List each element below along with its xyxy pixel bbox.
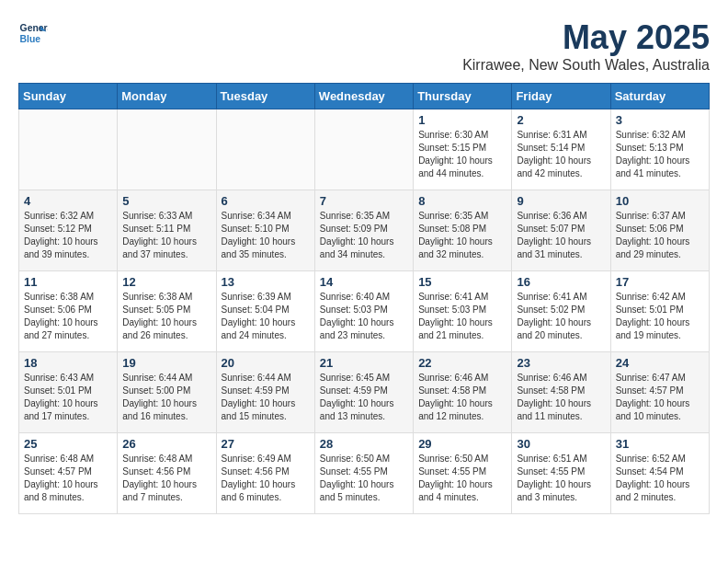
day-number: 22 — [418, 356, 506, 370]
calendar-cell: 30Sunrise: 6:51 AMSunset: 4:55 PMDayligh… — [512, 433, 610, 514]
day-number: 8 — [418, 194, 506, 208]
day-info: Sunrise: 6:41 AMSunset: 5:02 PMDaylight:… — [517, 291, 605, 342]
calendar-cell: 17Sunrise: 6:42 AMSunset: 5:01 PMDayligh… — [610, 271, 709, 352]
day-info: Sunrise: 6:47 AMSunset: 4:57 PMDaylight:… — [616, 372, 704, 423]
calendar-cell: 4Sunrise: 6:32 AMSunset: 5:12 PMDaylight… — [19, 190, 118, 271]
day-number: 7 — [320, 194, 408, 208]
calendar-cell: 10Sunrise: 6:37 AMSunset: 5:06 PMDayligh… — [610, 190, 709, 271]
svg-text:Blue: Blue — [20, 34, 41, 44]
day-info: Sunrise: 6:31 AMSunset: 5:14 PMDaylight:… — [517, 129, 605, 180]
calendar-cell: 15Sunrise: 6:41 AMSunset: 5:03 PMDayligh… — [414, 271, 512, 352]
day-info: Sunrise: 6:45 AMSunset: 4:59 PMDaylight:… — [320, 372, 408, 423]
calendar-cell: 9Sunrise: 6:36 AMSunset: 5:07 PMDaylight… — [512, 190, 610, 271]
calendar-cell: 8Sunrise: 6:35 AMSunset: 5:08 PMDaylight… — [414, 190, 512, 271]
day-number: 28 — [320, 437, 408, 451]
calendar-cell: 13Sunrise: 6:39 AMSunset: 5:04 PMDayligh… — [216, 271, 314, 352]
day-number: 20 — [222, 356, 310, 370]
day-info: Sunrise: 6:48 AMSunset: 4:56 PMDaylight:… — [122, 453, 210, 504]
day-info: Sunrise: 6:43 AMSunset: 5:01 PMDaylight:… — [24, 372, 112, 423]
day-info: Sunrise: 6:44 AMSunset: 5:00 PMDaylight:… — [122, 372, 210, 423]
day-info: Sunrise: 6:46 AMSunset: 4:58 PMDaylight:… — [418, 372, 506, 423]
svg-text:General: General — [20, 23, 48, 33]
calendar-header-row: SundayMondayTuesdayWednesdayThursdayFrid… — [19, 84, 710, 109]
day-info: Sunrise: 6:32 AMSunset: 5:12 PMDaylight:… — [24, 210, 112, 261]
calendar-cell: 22Sunrise: 6:46 AMSunset: 4:58 PMDayligh… — [414, 352, 512, 433]
day-number: 30 — [517, 437, 605, 451]
day-number: 4 — [24, 194, 112, 208]
calendar-cell — [314, 109, 413, 190]
calendar-week-row: 25Sunrise: 6:48 AMSunset: 4:57 PMDayligh… — [19, 433, 710, 514]
day-number: 29 — [418, 437, 506, 451]
calendar-week-row: 18Sunrise: 6:43 AMSunset: 5:01 PMDayligh… — [19, 352, 710, 433]
day-number: 24 — [616, 356, 704, 370]
day-number: 16 — [517, 275, 605, 289]
day-info: Sunrise: 6:42 AMSunset: 5:01 PMDaylight:… — [616, 291, 704, 342]
title-area: May 2025 Kirrawee, New South Wales, Aust… — [462, 18, 710, 74]
day-info: Sunrise: 6:38 AMSunset: 5:05 PMDaylight:… — [122, 291, 210, 342]
day-info: Sunrise: 6:30 AMSunset: 5:15 PMDaylight:… — [418, 129, 506, 180]
day-info: Sunrise: 6:33 AMSunset: 5:11 PMDaylight:… — [122, 210, 210, 261]
day-number: 11 — [24, 275, 112, 289]
day-info: Sunrise: 6:36 AMSunset: 5:07 PMDaylight:… — [517, 210, 605, 261]
day-number: 27 — [222, 437, 310, 451]
day-header-wednesday: Wednesday — [314, 84, 413, 109]
day-header-monday: Monday — [118, 84, 216, 109]
calendar-week-row: 1Sunrise: 6:30 AMSunset: 5:15 PMDaylight… — [19, 109, 710, 190]
day-header-saturday: Saturday — [610, 84, 709, 109]
calendar-cell: 14Sunrise: 6:40 AMSunset: 5:03 PMDayligh… — [314, 271, 413, 352]
day-info: Sunrise: 6:35 AMSunset: 5:08 PMDaylight:… — [418, 210, 506, 261]
location-title: Kirrawee, New South Wales, Australia — [462, 57, 710, 74]
calendar-cell: 2Sunrise: 6:31 AMSunset: 5:14 PMDaylight… — [512, 109, 610, 190]
day-number: 13 — [222, 275, 310, 289]
month-title: May 2025 — [462, 18, 710, 57]
calendar-cell: 12Sunrise: 6:38 AMSunset: 5:05 PMDayligh… — [118, 271, 216, 352]
day-header-sunday: Sunday — [19, 84, 118, 109]
calendar-cell — [118, 109, 216, 190]
day-number: 19 — [122, 356, 210, 370]
day-number: 12 — [122, 275, 210, 289]
day-info: Sunrise: 6:32 AMSunset: 5:13 PMDaylight:… — [616, 129, 704, 180]
day-info: Sunrise: 6:35 AMSunset: 5:09 PMDaylight:… — [320, 210, 408, 261]
day-info: Sunrise: 6:46 AMSunset: 4:58 PMDaylight:… — [517, 372, 605, 423]
calendar-cell: 11Sunrise: 6:38 AMSunset: 5:06 PMDayligh… — [19, 271, 118, 352]
day-number: 1 — [418, 113, 506, 127]
day-header-friday: Friday — [512, 84, 610, 109]
calendar-cell: 28Sunrise: 6:50 AMSunset: 4:55 PMDayligh… — [314, 433, 413, 514]
day-number: 3 — [616, 113, 704, 127]
calendar-cell: 7Sunrise: 6:35 AMSunset: 5:09 PMDaylight… — [314, 190, 413, 271]
logo-icon: General Blue — [18, 18, 48, 48]
calendar: SundayMondayTuesdayWednesdayThursdayFrid… — [18, 83, 710, 514]
calendar-cell: 23Sunrise: 6:46 AMSunset: 4:58 PMDayligh… — [512, 352, 610, 433]
day-number: 15 — [418, 275, 506, 289]
calendar-cell: 29Sunrise: 6:50 AMSunset: 4:55 PMDayligh… — [414, 433, 512, 514]
calendar-cell: 1Sunrise: 6:30 AMSunset: 5:15 PMDaylight… — [414, 109, 512, 190]
calendar-week-row: 4Sunrise: 6:32 AMSunset: 5:12 PMDaylight… — [19, 190, 710, 271]
day-info: Sunrise: 6:48 AMSunset: 4:57 PMDaylight:… — [24, 453, 112, 504]
calendar-cell — [216, 109, 314, 190]
day-number: 10 — [616, 194, 704, 208]
calendar-cell: 25Sunrise: 6:48 AMSunset: 4:57 PMDayligh… — [19, 433, 118, 514]
day-info: Sunrise: 6:39 AMSunset: 5:04 PMDaylight:… — [222, 291, 310, 342]
calendar-cell: 27Sunrise: 6:49 AMSunset: 4:56 PMDayligh… — [216, 433, 314, 514]
day-number: 9 — [517, 194, 605, 208]
calendar-cell: 31Sunrise: 6:52 AMSunset: 4:54 PMDayligh… — [610, 433, 709, 514]
logo: General Blue — [18, 18, 48, 48]
day-number: 23 — [517, 356, 605, 370]
calendar-cell: 16Sunrise: 6:41 AMSunset: 5:02 PMDayligh… — [512, 271, 610, 352]
calendar-cell: 3Sunrise: 6:32 AMSunset: 5:13 PMDaylight… — [610, 109, 709, 190]
day-number: 21 — [320, 356, 408, 370]
calendar-cell — [19, 109, 118, 190]
day-number: 14 — [320, 275, 408, 289]
calendar-cell: 5Sunrise: 6:33 AMSunset: 5:11 PMDaylight… — [118, 190, 216, 271]
day-number: 31 — [616, 437, 704, 451]
day-info: Sunrise: 6:40 AMSunset: 5:03 PMDaylight:… — [320, 291, 408, 342]
day-number: 2 — [517, 113, 605, 127]
day-info: Sunrise: 6:44 AMSunset: 4:59 PMDaylight:… — [222, 372, 310, 423]
day-header-tuesday: Tuesday — [216, 84, 314, 109]
day-number: 17 — [616, 275, 704, 289]
header: General Blue May 2025 Kirrawee, New Sout… — [18, 18, 710, 74]
day-number: 18 — [24, 356, 112, 370]
calendar-week-row: 11Sunrise: 6:38 AMSunset: 5:06 PMDayligh… — [19, 271, 710, 352]
calendar-cell: 26Sunrise: 6:48 AMSunset: 4:56 PMDayligh… — [118, 433, 216, 514]
calendar-cell: 18Sunrise: 6:43 AMSunset: 5:01 PMDayligh… — [19, 352, 118, 433]
